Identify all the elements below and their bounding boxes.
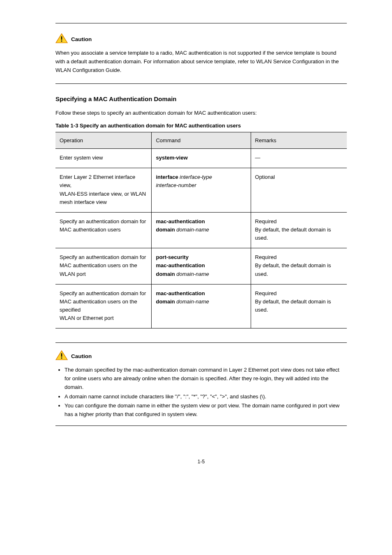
- caution-label: Caution: [71, 353, 92, 359]
- cell-operation: Specify an authentication domain for MAC…: [55, 212, 152, 248]
- list-item: The domain specified by the mac-authenti…: [65, 366, 347, 391]
- config-table: Operation Command Remarks Enter system v…: [55, 132, 347, 328]
- caution-block-2: Caution: [55, 350, 347, 362]
- col-header-command: Command: [152, 132, 251, 149]
- svg-rect-2: [61, 41, 62, 42]
- cell-command: port-security mac-authentication domain …: [152, 248, 251, 284]
- cell-remarks: —: [251, 149, 347, 168]
- table-row: Enter system viewsystem-view—: [55, 149, 347, 168]
- table-row: Enter Layer 2 Ethernet interface view, W…: [55, 168, 347, 213]
- svg-rect-5: [61, 358, 62, 359]
- table-row: Specify an authentication domain for MAC…: [55, 284, 347, 328]
- caution-label: Caution: [71, 36, 92, 42]
- cell-operation: Specify an authentication domain for MAC…: [55, 284, 152, 328]
- warning-icon: [55, 33, 68, 45]
- col-header-operation: Operation: [55, 132, 152, 149]
- cell-command: mac-authentication domain domain-name: [152, 284, 251, 328]
- table-caption: Table 1-3 Specify an authentication doma…: [55, 123, 347, 129]
- caution2-bullet-list: The domain specified by the mac-authenti…: [55, 366, 347, 419]
- cell-operation: Specify an authentication domain for MAC…: [55, 248, 152, 284]
- table-row: Specify an authentication domain for MAC…: [55, 248, 347, 284]
- cell-operation: Enter system view: [55, 149, 152, 168]
- svg-rect-1: [61, 36, 62, 39]
- list-item: You can configure the domain name in eit…: [65, 402, 347, 419]
- cell-remarks: Optional: [251, 168, 347, 213]
- section-intro: Follow these steps to specify an authent…: [55, 109, 347, 118]
- cell-command: interface interface-type interface-numbe…: [152, 168, 251, 213]
- cell-remarks: Required By default, the default domain …: [251, 284, 347, 328]
- col-header-remarks: Remarks: [251, 132, 347, 149]
- table-header-row: Operation Command Remarks: [55, 132, 347, 149]
- caution1-text: When you associate a service template to…: [55, 49, 347, 74]
- warning-icon: [55, 350, 68, 362]
- cell-command: mac-authentication domain domain-name: [152, 212, 251, 248]
- cell-operation: Enter Layer 2 Ethernet interface view, W…: [55, 168, 152, 213]
- table-row: Specify an authentication domain for MAC…: [55, 212, 347, 248]
- cell-remarks: Required By default, the default domain …: [251, 248, 347, 284]
- cell-remarks: Required By default, the default domain …: [251, 212, 347, 248]
- section-title: Specifying a MAC Authentication Domain: [55, 95, 347, 102]
- svg-rect-4: [61, 354, 62, 357]
- cell-command: system-view: [152, 149, 251, 168]
- page-number: 1-5: [55, 459, 347, 465]
- caution-block-1: Caution: [55, 33, 347, 45]
- list-item: A domain name cannot include characters …: [65, 393, 347, 401]
